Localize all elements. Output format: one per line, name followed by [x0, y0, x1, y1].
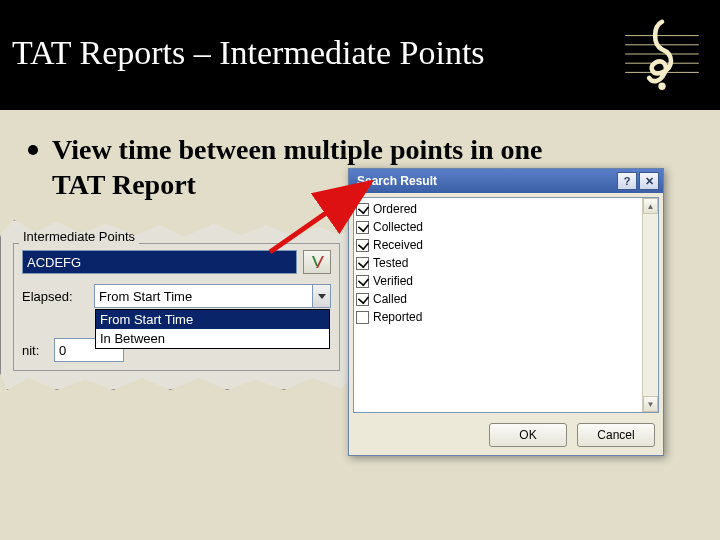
titlebar: Search Result ? ✕ [349, 169, 663, 193]
picker-button[interactable] [303, 250, 331, 274]
treble-clef-logo [616, 8, 708, 100]
group-box: ACDEFG Elapsed: From Start Time From Sta… [13, 243, 340, 371]
list-item[interactable]: Reported [356, 308, 640, 326]
cancel-button[interactable]: Cancel [577, 423, 655, 447]
nit-label: nit: [22, 343, 54, 358]
result-list: OrderedCollectedReceivedTestedVerifiedCa… [353, 197, 659, 413]
code-field-row: ACDEFG [22, 250, 331, 274]
intermediate-points-panel: Intermediate Points ACDEFG Elapsed: From… [0, 220, 355, 390]
slide-title: TAT Reports – Intermediate Points [12, 32, 485, 75]
button-row: OK Cancel [349, 417, 663, 455]
list-item-label: Ordered [373, 202, 417, 216]
elapsed-row: Elapsed: From Start Time From Start Time… [22, 284, 331, 308]
close-button[interactable]: ✕ [639, 172, 659, 190]
svg-point-5 [658, 83, 665, 90]
checkbox[interactable] [356, 293, 369, 306]
scroll-down-icon[interactable]: ▼ [643, 396, 658, 412]
list-item[interactable]: Called [356, 290, 640, 308]
window-title: Search Result [357, 174, 615, 188]
checkbox[interactable] [356, 203, 369, 216]
list-item[interactable]: Verified [356, 272, 640, 290]
list-item-label: Tested [373, 256, 408, 270]
list-item[interactable]: Collected [356, 218, 640, 236]
chevron-down-icon[interactable] [312, 285, 330, 307]
list-item-label: Called [373, 292, 407, 306]
list-item-label: Received [373, 238, 423, 252]
elapsed-combo[interactable]: From Start Time From Start Time In Betwe… [94, 284, 331, 308]
list-item-label: Collected [373, 220, 423, 234]
search-result-window: Search Result ? ✕ OrderedCollectedReceiv… [348, 168, 664, 456]
scrollbar[interactable]: ▲ ▼ [642, 198, 658, 412]
checkbox[interactable] [356, 257, 369, 270]
elapsed-dropdown: From Start Time In Between [95, 309, 330, 349]
list-item[interactable]: Ordered [356, 200, 640, 218]
bullet-dot-icon [28, 145, 38, 155]
elapsed-label: Elapsed: [22, 289, 94, 304]
checkbox[interactable] [356, 221, 369, 234]
svg-marker-7 [316, 256, 324, 268]
list-item-label: Verified [373, 274, 413, 288]
checkbox[interactable] [356, 239, 369, 252]
elapsed-option[interactable]: From Start Time [96, 310, 329, 329]
picker-icon [310, 256, 324, 268]
elapsed-option[interactable]: In Between [96, 329, 329, 348]
list-item-label: Reported [373, 310, 422, 324]
svg-marker-6 [312, 256, 318, 266]
help-button[interactable]: ? [617, 172, 637, 190]
list-item[interactable]: Tested [356, 254, 640, 272]
nit-value: 0 [59, 343, 66, 358]
code-value: ACDEFG [23, 251, 296, 273]
slide-header: TAT Reports – Intermediate Points [0, 0, 720, 110]
scroll-up-icon[interactable]: ▲ [643, 198, 658, 214]
checkbox[interactable] [356, 311, 369, 324]
group-label: Intermediate Points [19, 229, 139, 244]
code-field[interactable]: ACDEFG [22, 250, 297, 274]
ok-button[interactable]: OK [489, 423, 567, 447]
list-item[interactable]: Received [356, 236, 640, 254]
checkbox[interactable] [356, 275, 369, 288]
elapsed-value: From Start Time [99, 289, 192, 304]
